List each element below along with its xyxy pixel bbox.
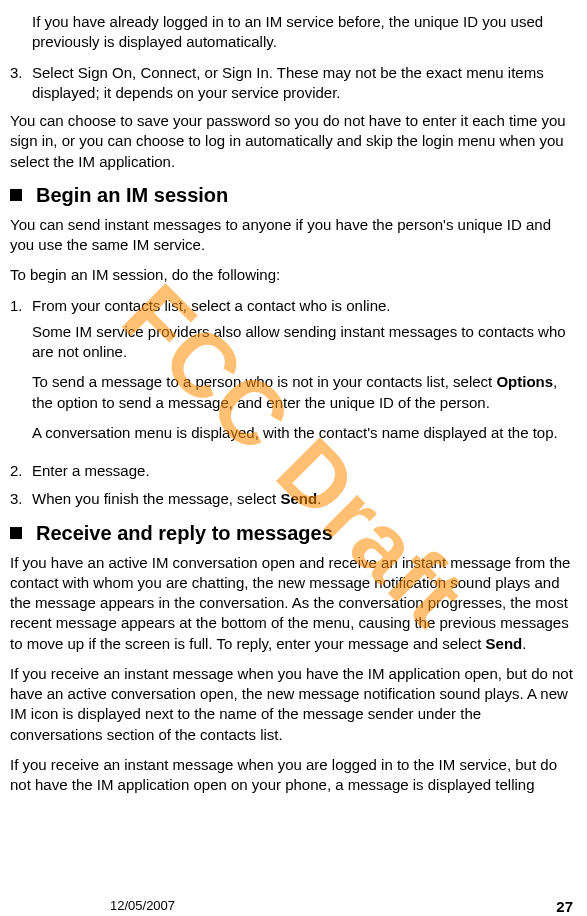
section2-p2: If you receive an instant message when y… xyxy=(10,664,577,745)
square-bullet-icon xyxy=(10,189,22,201)
list-item-3: 3. Select Sign On, Connect, or Sign In. … xyxy=(10,63,577,104)
options-pre: To send a message to a person who is not… xyxy=(32,373,496,390)
section2-p3: If you receive an instant message when y… xyxy=(10,755,577,796)
page-content: If you have already logged in to an IM s… xyxy=(0,0,587,795)
list-number: 1. xyxy=(10,296,32,454)
heading-receive-reply: Receive and reply to messages xyxy=(10,520,577,547)
square-bullet-icon xyxy=(10,527,22,539)
section2-p1: If you have an active IM conversation op… xyxy=(10,553,577,654)
step-3-pre: When you finish the message, select xyxy=(32,490,280,507)
p1-bold: Send xyxy=(486,635,523,652)
footer-date: 12/05/2007 xyxy=(110,898,175,913)
page-number: 27 xyxy=(556,898,573,915)
list-number: 2. xyxy=(10,461,32,481)
section1-intro: You can send instant messages to anyone … xyxy=(10,215,577,256)
section1-lead: To begin an IM session, do the following… xyxy=(10,265,577,285)
list-body: Enter a message. xyxy=(32,461,577,481)
step-2: 2. Enter a message. xyxy=(10,461,577,481)
prev-login-para: If you have already logged in to an IM s… xyxy=(10,12,577,53)
options-bold: Options xyxy=(496,373,553,390)
list-number: 3. xyxy=(10,489,32,509)
step-3-post: . xyxy=(317,490,321,507)
save-password-para: You can choose to save your password so … xyxy=(10,111,577,172)
heading-text: Begin an IM session xyxy=(36,182,228,209)
step-1-options: To send a message to a person who is not… xyxy=(32,372,577,413)
p1-post: . xyxy=(522,635,526,652)
list-number: 3. xyxy=(10,63,32,104)
heading-begin-im-session: Begin an IM session xyxy=(10,182,577,209)
step-1: 1. From your contacts list, select a con… xyxy=(10,296,577,454)
step-1-p2: Some IM service providers also allow sen… xyxy=(32,322,577,363)
step-3: 3. When you finish the message, select S… xyxy=(10,489,577,509)
heading-text: Receive and reply to messages xyxy=(36,520,333,547)
step-3-bold: Send xyxy=(280,490,317,507)
list-body: When you finish the message, select Send… xyxy=(32,489,577,509)
step-1-tail: A conversation menu is displayed, with t… xyxy=(32,423,577,443)
step-1-p1: From your contacts list, select a contac… xyxy=(32,296,577,316)
list-body: Select Sign On, Connect, or Sign In. The… xyxy=(32,63,577,104)
list-body: From your contacts list, select a contac… xyxy=(32,296,577,454)
